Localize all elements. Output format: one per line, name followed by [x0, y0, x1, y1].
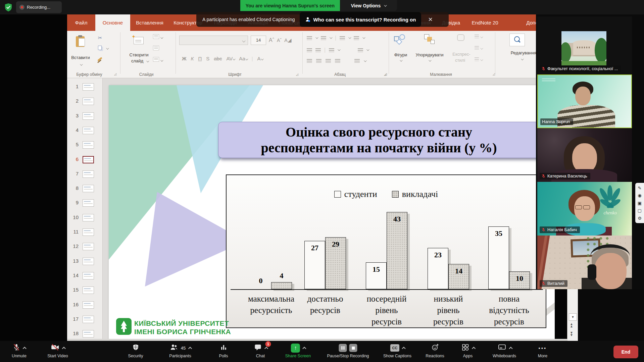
tab-Файл[interactable]: Файл	[71, 14, 91, 31]
cut-icon[interactable]: ✂	[98, 35, 102, 41]
previous-slide-icon[interactable]: ▲▲	[570, 323, 573, 327]
bullets-icon[interactable]	[307, 36, 312, 40]
chevron-up-icon[interactable]	[62, 347, 66, 350]
slide-row-12[interactable]: 12	[67, 242, 103, 253]
copy-dropdown-icon[interactable]	[106, 47, 109, 49]
pause-recording-icon[interactable]	[339, 344, 347, 352]
decrease-indent-icon[interactable]	[307, 48, 312, 52]
slide-section-button[interactable]	[153, 57, 162, 63]
toolbar-pause-stop-recording[interactable]: Pause/Stop Recording	[327, 343, 369, 358]
columns-icon[interactable]	[329, 48, 334, 52]
windows-icon[interactable]: ▢	[638, 208, 642, 213]
justify-icon[interactable]	[335, 59, 340, 63]
toolbar-whiteboards[interactable]: Whiteboards	[493, 343, 516, 358]
slide-thumbnail[interactable]	[83, 127, 94, 134]
chevron-up-icon[interactable]	[264, 347, 268, 350]
slide-row-4[interactable]: 4	[67, 126, 103, 137]
toolbar-polls[interactable]: Polls	[219, 343, 228, 358]
toolbar-reactions[interactable]: Reactions	[426, 343, 444, 358]
shape-fill-button[interactable]	[475, 34, 482, 40]
toolbar-chat[interactable]: 1Chat	[254, 343, 267, 358]
chevron-up-icon[interactable]	[23, 347, 27, 350]
participant-tile[interactable]: Факультет психології, соціальної ...	[537, 16, 632, 74]
slide-row-11[interactable]: 11	[67, 227, 103, 239]
participant-tile[interactable]: Катерина Василець	[537, 128, 632, 182]
numbering-icon[interactable]	[321, 36, 326, 40]
toolbar-share-screen[interactable]: ↑Share Screen	[285, 343, 311, 358]
ppt-scrollbar[interactable]: ▼ ▲▲ ▼▼	[567, 289, 578, 341]
quick-styles-button[interactable]: Експрес- стилі	[450, 34, 473, 42]
paste-button[interactable]: Вставити	[70, 33, 91, 70]
toolbar-show-captions[interactable]: CCShow Captions	[383, 343, 411, 358]
toolbar-participants[interactable]: 45Participants	[169, 343, 191, 358]
transcript-pill[interactable]: Who can see this transcript? Recording o…	[300, 12, 422, 27]
slide-row-5[interactable]: 5	[67, 140, 103, 152]
shadow-button[interactable]: S	[206, 56, 209, 61]
change-case-button[interactable]: Aa	[239, 56, 247, 61]
slide-thumbnail[interactable]	[83, 199, 94, 207]
slide-row-13[interactable]: 13	[67, 257, 103, 268]
increase-indent-icon[interactable]	[315, 48, 321, 52]
slide-layout-button[interactable]	[153, 34, 162, 40]
slide-thumbnail[interactable]	[83, 112, 94, 120]
slide-thumbnail[interactable]	[83, 287, 94, 294]
italic-button[interactable]: К	[191, 56, 194, 61]
font-size-select[interactable]: 14	[251, 36, 266, 45]
settings-gear-icon[interactable]: ⚙	[638, 216, 642, 221]
slide-row-2[interactable]: 2	[67, 97, 103, 108]
next-slide-icon[interactable]: ▼▼	[570, 331, 573, 336]
toolbar-start-video[interactable]: Start Video	[47, 343, 68, 358]
reset-slide-button[interactable]	[153, 46, 159, 52]
end-button[interactable]: End	[613, 346, 638, 358]
panel-mini-toolbar[interactable]: ✎ ◉ ▣ ▢ ⚙	[635, 183, 644, 223]
slide-thumbnail[interactable]	[83, 98, 94, 105]
participant-tile[interactable]: Hanna Suprun	[537, 74, 632, 128]
strikethrough-button[interactable]: abc	[214, 56, 222, 61]
line-spacing-icon[interactable]	[340, 36, 345, 40]
slide-row-7[interactable]: 7	[67, 169, 103, 181]
shape-effects-button[interactable]	[475, 56, 482, 62]
stop-recording-icon[interactable]	[349, 344, 357, 352]
camera-icon[interactable]: ◉	[638, 193, 641, 198]
slide-row-9[interactable]: 9	[67, 198, 103, 210]
slide-thumbnail[interactable]	[83, 228, 94, 236]
slide-row-3[interactable]: 3	[67, 111, 103, 123]
align-right-icon[interactable]	[326, 59, 331, 63]
view-options-button[interactable]: View Options	[340, 0, 397, 11]
slide-thumbnail[interactable]	[83, 301, 94, 309]
slide-thumbnail[interactable]	[83, 156, 94, 163]
chevron-up-icon[interactable]	[472, 347, 476, 350]
toolbar-security[interactable]: Security	[128, 343, 143, 358]
align-text-icon[interactable]	[358, 48, 363, 52]
shape-outline-button[interactable]	[475, 45, 482, 51]
slide-thumbnail[interactable]	[83, 83, 94, 91]
char-spacing-button[interactable]: AV	[226, 56, 235, 61]
toolbar-apps[interactable]: Apps	[461, 343, 475, 358]
tab-Основне[interactable]: Основне	[95, 14, 130, 31]
paragraph-launcher2-icon[interactable]: ◿	[385, 72, 387, 76]
tab-Вставлення[interactable]: Вставлення	[134, 14, 166, 31]
slide-row-8[interactable]: 8	[67, 184, 103, 195]
tab-EndNote 20[interactable]: EndNote 20	[468, 14, 502, 31]
copy-icon[interactable]	[98, 46, 102, 50]
slide-thumbnail[interactable]	[83, 272, 94, 279]
video-icon[interactable]: ▣	[638, 201, 642, 206]
slide-row-15[interactable]: 15	[67, 286, 103, 297]
recording-indicator[interactable]: Recording...	[16, 1, 62, 13]
clear-format-icon[interactable]: A◢	[284, 37, 292, 43]
slide-thumbnail[interactable]	[83, 316, 94, 323]
participant-tile[interactable]: Виталий	[537, 236, 632, 289]
format-painter-icon[interactable]	[97, 57, 102, 61]
increase-font-icon[interactable]: Aˆ	[269, 37, 274, 43]
drawing-dialog-launcher-icon[interactable]: ◿	[493, 72, 495, 76]
chevron-up-icon[interactable]	[402, 347, 405, 350]
font-dialog-launcher-icon[interactable]: ◿	[296, 73, 298, 76]
decrease-font-icon[interactable]: Aˇ	[277, 38, 282, 43]
slide-thumbnail[interactable]	[83, 243, 94, 250]
slide-thumbnail[interactable]	[83, 258, 94, 265]
annotate-icon[interactable]: ✎	[638, 186, 642, 191]
shapes-button[interactable]: Фігури	[391, 34, 410, 48]
chevron-up-icon[interactable]	[302, 347, 306, 350]
arrange-button[interactable]: Упорядкувати	[412, 34, 447, 47]
font-name-select[interactable]	[179, 36, 248, 45]
